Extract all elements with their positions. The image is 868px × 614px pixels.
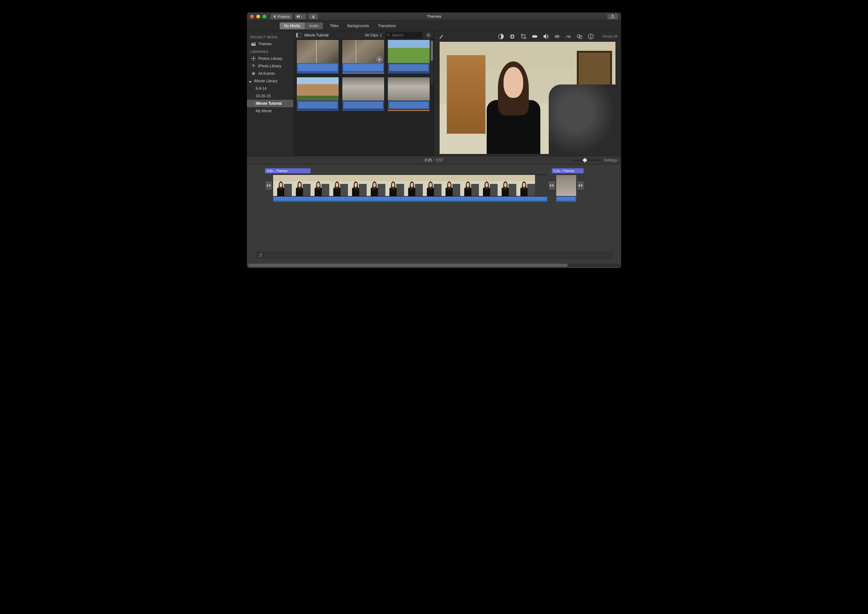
clip-thumbnail[interactable]	[388, 40, 430, 74]
svg-rect-19	[533, 35, 537, 38]
total-time: 0:57	[436, 158, 443, 162]
tab-my-media[interactable]: My Media	[279, 22, 304, 29]
svg-point-16	[513, 36, 514, 37]
title-overlay-a[interactable]: 8.0s – Themes	[265, 168, 311, 173]
media-tabs-row: My Media Audio Titles Backgrounds Transi…	[247, 20, 621, 31]
clip-filter-dropdown[interactable]: All Clips	[365, 33, 382, 37]
scrollbar[interactable]	[430, 40, 433, 85]
disclosure-triangle-icon[interactable]	[249, 80, 252, 82]
transition-end[interactable]	[577, 181, 584, 190]
back-to-projects-button[interactable]: Projects	[271, 14, 292, 19]
clip-thumbnail[interactable]	[342, 77, 384, 111]
timeline[interactable]: 8.0s – Themes 5.2s – Themes	[247, 164, 621, 268]
download-icon	[312, 15, 315, 18]
sidebar-item-photos-library[interactable]: Photos Library	[247, 55, 293, 62]
timeline-clip-a[interactable]	[273, 175, 548, 196]
current-time: 0:25	[425, 158, 432, 162]
svg-rect-9	[296, 33, 298, 37]
music-note-icon	[258, 253, 262, 257]
sidebar-heading-libraries: LIBRARIES	[247, 48, 293, 55]
media-segmented-control: My Media Audio	[279, 22, 323, 29]
tab-backgrounds[interactable]: Backgrounds	[347, 24, 369, 28]
svg-point-11	[427, 34, 429, 36]
color-balance-button[interactable]	[498, 33, 504, 40]
import-button[interactable]	[309, 14, 318, 19]
transition-start[interactable]	[265, 181, 272, 190]
clip-b-audio-waveform[interactable]	[556, 196, 576, 202]
svg-point-14	[511, 36, 513, 37]
sidebar-item-iphoto-library[interactable]: iPhoto Library	[247, 62, 293, 70]
svg-rect-20	[532, 36, 533, 37]
svg-point-17	[512, 38, 512, 39]
timeline-settings-button[interactable]: Settings	[604, 158, 617, 162]
svg-rect-21	[537, 36, 537, 37]
crop-button[interactable]	[520, 33, 526, 40]
svg-point-7	[255, 58, 256, 59]
time-divider: /	[433, 158, 434, 162]
sidebar-item-event[interactable]: 10-20-15	[247, 92, 293, 100]
clip-thumbnail-selected[interactable]: +	[342, 40, 384, 74]
reset-all-button[interactable]: Reset All	[602, 34, 617, 39]
clip-thumbnail[interactable]	[388, 77, 430, 111]
close-window-button[interactable]	[250, 15, 254, 19]
noise-equalizer-button[interactable]	[554, 33, 560, 40]
zoom-slider[interactable]	[573, 158, 599, 162]
speed-button[interactable]	[565, 33, 571, 40]
imovie-window: Projects ♪ Themes My Media Audio Titles …	[247, 12, 621, 268]
svg-point-18	[510, 36, 511, 37]
info-button[interactable]	[588, 33, 594, 40]
svg-rect-2	[298, 17, 300, 17]
timeline-scrollbar[interactable]	[248, 264, 620, 267]
tab-audio[interactable]: Audio	[304, 22, 323, 29]
add-to-timeline-button[interactable]: +	[376, 56, 383, 63]
search-icon	[387, 33, 390, 37]
clip-browser: iMovie Tutorial All Clips +	[294, 31, 434, 156]
sidebar-item-event[interactable]: 6-9-14	[247, 85, 293, 92]
search-field[interactable]	[385, 32, 422, 38]
tab-transitions[interactable]: Transitions	[378, 24, 396, 28]
music-note-icon: ♪	[301, 15, 304, 18]
preview-viewport[interactable]	[439, 42, 615, 154]
sidebar-item-all-events[interactable]: All Events	[247, 70, 293, 77]
clip-a-audio-waveform[interactable]	[273, 196, 548, 202]
tab-titles[interactable]: Titles	[330, 24, 339, 28]
svg-rect-26	[590, 36, 591, 38]
sidebar-item-imovie-library[interactable]: iMovie Library	[247, 77, 293, 85]
fullscreen-window-button[interactable]	[262, 15, 266, 19]
search-input[interactable]	[391, 33, 421, 37]
library-view-button[interactable]: ♪	[295, 14, 306, 19]
magic-wand-button[interactable]	[438, 33, 444, 40]
background-music-track[interactable]	[256, 252, 612, 259]
sidebar-item-event[interactable]: My Movie	[247, 107, 293, 115]
clip-thumbnail[interactable]	[297, 77, 339, 111]
transition-mid[interactable]	[548, 181, 556, 190]
svg-point-5	[253, 60, 254, 61]
title-overlay-b[interactable]: 5.2s – Themes	[552, 168, 584, 173]
settings-gear-button[interactable]	[425, 33, 431, 38]
browser-title: iMovie Tutorial	[304, 33, 362, 37]
minimize-window-button[interactable]	[256, 15, 260, 19]
svg-point-4	[253, 56, 254, 58]
timeline-clip-b[interactable]	[556, 175, 576, 196]
clip-thumbnail[interactable]	[297, 40, 339, 74]
main-split: PROJECT MEDIA Themes LIBRARIES Photos Li…	[247, 31, 621, 156]
sidebar-toggle-button[interactable]	[296, 33, 301, 37]
flower-icon	[251, 57, 256, 60]
svg-point-15	[512, 35, 512, 36]
clapper-icon	[251, 42, 256, 46]
palm-icon	[251, 64, 256, 68]
clip-filter-button[interactable]	[576, 33, 583, 40]
clips-grid[interactable]: +	[294, 39, 434, 114]
svg-rect-1	[298, 15, 300, 16]
updown-icon	[379, 34, 382, 37]
volume-button[interactable]	[543, 33, 549, 40]
back-label: Projects	[278, 15, 290, 19]
sidebar-item-event-selected[interactable]: iMovie Tutorial	[247, 100, 293, 107]
svg-point-6	[251, 58, 253, 59]
color-correction-button[interactable]	[509, 33, 516, 40]
stabilization-button[interactable]	[532, 33, 538, 40]
sidebar-item-themes[interactable]: Themes	[247, 40, 293, 48]
share-button[interactable]	[607, 14, 618, 19]
sidebar: PROJECT MEDIA Themes LIBRARIES Photos Li…	[247, 31, 294, 156]
playhead-infobar: 0:25 / 0:57 Settings	[247, 156, 621, 164]
